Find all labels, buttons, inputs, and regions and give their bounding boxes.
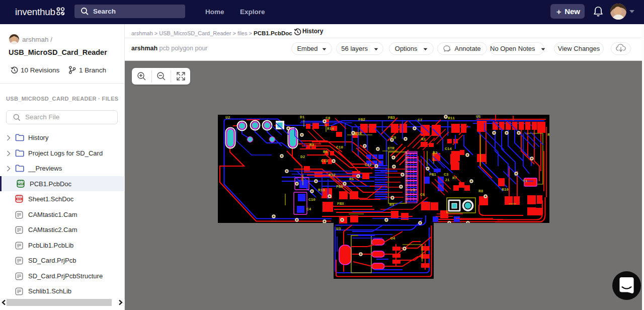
svg-text:RTR: RTR [355,132,362,136]
svg-text:D1: D1 [300,115,305,119]
svg-text:Y1: Y1 [523,179,528,183]
svg-text:FB2: FB2 [358,118,365,122]
svg-text:U5: U5 [476,115,481,119]
svg-text:R8: R8 [478,189,484,193]
svg-text:8TR: 8TR [387,146,394,150]
svg-text:R13: R13 [318,188,325,192]
svg-text:C14: C14 [445,147,452,151]
svg-text:R11: R11 [448,116,455,120]
svg-text:R7: R7 [452,176,457,180]
svg-text:R14: R14 [327,127,334,131]
svg-text:PCB: PCB [18,182,24,185]
svg-text:C10: C10 [336,145,343,149]
svg-text:C12: C12 [365,163,372,167]
svg-text:C8: C8 [326,116,331,120]
svg-text:C9: C9 [391,136,396,140]
svg-text:C3: C3 [444,173,449,177]
svg-text:U4: U4 [390,237,395,241]
svg-text:R1: R1 [421,137,426,141]
svg-text:R3: R3 [309,143,314,147]
svg-text:C13: C13 [321,159,328,163]
svg-text:FB5: FB5 [336,185,343,189]
svg-text:SCH: SCH [17,198,21,200]
svg-text:r3: r3 [411,188,416,192]
svg-text:R5: R5 [323,150,328,154]
svg-text:FBX: FBX [337,202,344,206]
svg-text:R: R [547,133,549,137]
svg-text:R9: R9 [389,203,394,207]
svg-text:C4: C4 [306,207,311,211]
svg-text:FB3: FB3 [388,116,395,120]
svg-text:D2: D2 [300,155,305,159]
svg-text:U2: U2 [225,116,230,120]
svg-text:FB1: FB1 [429,173,436,177]
svg-text:C10: C10 [308,198,315,202]
svg-text:C7: C7 [418,118,423,122]
svg-text:R2: R2 [433,151,438,155]
svg-text:R5: R5 [349,177,354,181]
svg-text:U3: U3 [336,227,341,231]
svg-text:J1: J1 [445,178,450,182]
svg-text:R10: R10 [502,188,509,192]
svg-text:R12: R12 [329,173,336,177]
svg-text:C6: C6 [420,193,425,197]
